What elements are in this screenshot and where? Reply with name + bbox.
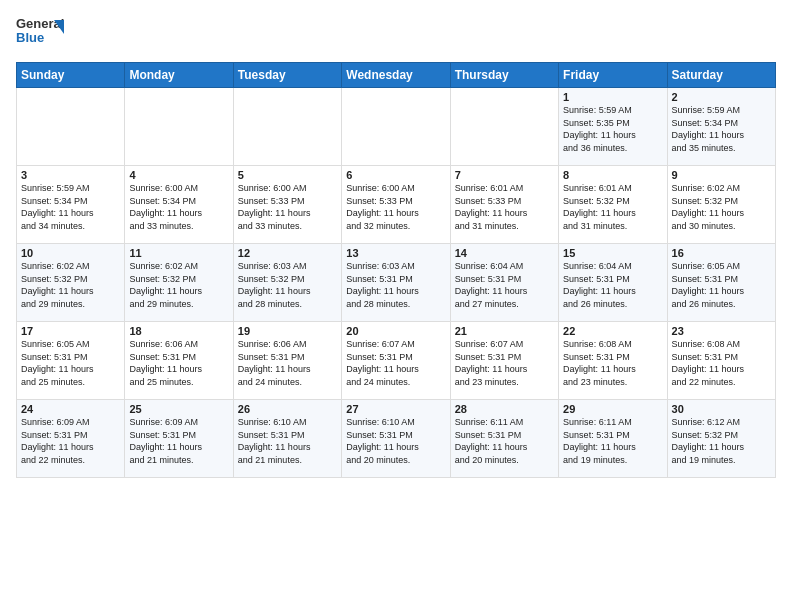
day-number: 15	[563, 247, 662, 259]
calendar-week-3: 10Sunrise: 6:02 AM Sunset: 5:32 PM Dayli…	[17, 244, 776, 322]
day-info: Sunrise: 6:05 AM Sunset: 5:31 PM Dayligh…	[672, 260, 771, 310]
calendar-week-1: 1Sunrise: 5:59 AM Sunset: 5:35 PM Daylig…	[17, 88, 776, 166]
day-number: 18	[129, 325, 228, 337]
day-info: Sunrise: 6:04 AM Sunset: 5:31 PM Dayligh…	[563, 260, 662, 310]
calendar-cell: 16Sunrise: 6:05 AM Sunset: 5:31 PM Dayli…	[667, 244, 775, 322]
weekday-header-row: SundayMondayTuesdayWednesdayThursdayFrid…	[17, 63, 776, 88]
day-info: Sunrise: 6:03 AM Sunset: 5:31 PM Dayligh…	[346, 260, 445, 310]
weekday-header-sunday: Sunday	[17, 63, 125, 88]
calendar-cell: 29Sunrise: 6:11 AM Sunset: 5:31 PM Dayli…	[559, 400, 667, 478]
logo: General Blue	[16, 12, 64, 54]
day-number: 7	[455, 169, 554, 181]
day-info: Sunrise: 6:11 AM Sunset: 5:31 PM Dayligh…	[563, 416, 662, 466]
day-info: Sunrise: 6:05 AM Sunset: 5:31 PM Dayligh…	[21, 338, 120, 388]
day-number: 9	[672, 169, 771, 181]
day-number: 14	[455, 247, 554, 259]
day-info: Sunrise: 6:12 AM Sunset: 5:32 PM Dayligh…	[672, 416, 771, 466]
day-info: Sunrise: 6:08 AM Sunset: 5:31 PM Dayligh…	[563, 338, 662, 388]
calendar-cell	[233, 88, 341, 166]
weekday-header-friday: Friday	[559, 63, 667, 88]
day-number: 21	[455, 325, 554, 337]
weekday-header-wednesday: Wednesday	[342, 63, 450, 88]
calendar-cell: 8Sunrise: 6:01 AM Sunset: 5:32 PM Daylig…	[559, 166, 667, 244]
calendar-cell: 2Sunrise: 5:59 AM Sunset: 5:34 PM Daylig…	[667, 88, 775, 166]
calendar-cell: 14Sunrise: 6:04 AM Sunset: 5:31 PM Dayli…	[450, 244, 558, 322]
day-number: 3	[21, 169, 120, 181]
day-number: 28	[455, 403, 554, 415]
day-number: 30	[672, 403, 771, 415]
day-number: 16	[672, 247, 771, 259]
calendar-cell: 1Sunrise: 5:59 AM Sunset: 5:35 PM Daylig…	[559, 88, 667, 166]
calendar-cell: 22Sunrise: 6:08 AM Sunset: 5:31 PM Dayli…	[559, 322, 667, 400]
page-container: General Blue SundayMondayTuesdayWednesda…	[0, 0, 792, 486]
day-number: 4	[129, 169, 228, 181]
day-number: 25	[129, 403, 228, 415]
calendar-cell: 20Sunrise: 6:07 AM Sunset: 5:31 PM Dayli…	[342, 322, 450, 400]
calendar-week-5: 24Sunrise: 6:09 AM Sunset: 5:31 PM Dayli…	[17, 400, 776, 478]
day-info: Sunrise: 6:08 AM Sunset: 5:31 PM Dayligh…	[672, 338, 771, 388]
day-number: 11	[129, 247, 228, 259]
day-number: 8	[563, 169, 662, 181]
calendar-cell: 17Sunrise: 6:05 AM Sunset: 5:31 PM Dayli…	[17, 322, 125, 400]
day-info: Sunrise: 6:11 AM Sunset: 5:31 PM Dayligh…	[455, 416, 554, 466]
calendar-week-2: 3Sunrise: 5:59 AM Sunset: 5:34 PM Daylig…	[17, 166, 776, 244]
day-info: Sunrise: 6:01 AM Sunset: 5:33 PM Dayligh…	[455, 182, 554, 232]
day-info: Sunrise: 5:59 AM Sunset: 5:34 PM Dayligh…	[672, 104, 771, 154]
day-number: 12	[238, 247, 337, 259]
calendar-cell	[342, 88, 450, 166]
day-info: Sunrise: 6:10 AM Sunset: 5:31 PM Dayligh…	[238, 416, 337, 466]
calendar-cell: 5Sunrise: 6:00 AM Sunset: 5:33 PM Daylig…	[233, 166, 341, 244]
day-number: 10	[21, 247, 120, 259]
day-info: Sunrise: 6:06 AM Sunset: 5:31 PM Dayligh…	[238, 338, 337, 388]
day-info: Sunrise: 6:03 AM Sunset: 5:32 PM Dayligh…	[238, 260, 337, 310]
calendar-cell: 15Sunrise: 6:04 AM Sunset: 5:31 PM Dayli…	[559, 244, 667, 322]
calendar-cell: 13Sunrise: 6:03 AM Sunset: 5:31 PM Dayli…	[342, 244, 450, 322]
calendar-cell: 3Sunrise: 5:59 AM Sunset: 5:34 PM Daylig…	[17, 166, 125, 244]
weekday-header-tuesday: Tuesday	[233, 63, 341, 88]
day-number: 23	[672, 325, 771, 337]
day-number: 24	[21, 403, 120, 415]
logo-icon: General Blue	[16, 12, 64, 50]
day-info: Sunrise: 5:59 AM Sunset: 5:34 PM Dayligh…	[21, 182, 120, 232]
calendar-cell: 6Sunrise: 6:00 AM Sunset: 5:33 PM Daylig…	[342, 166, 450, 244]
day-number: 5	[238, 169, 337, 181]
day-number: 27	[346, 403, 445, 415]
day-info: Sunrise: 6:00 AM Sunset: 5:33 PM Dayligh…	[346, 182, 445, 232]
day-number: 17	[21, 325, 120, 337]
svg-text:Blue: Blue	[16, 30, 44, 45]
day-number: 2	[672, 91, 771, 103]
calendar-cell: 12Sunrise: 6:03 AM Sunset: 5:32 PM Dayli…	[233, 244, 341, 322]
calendar-cell: 23Sunrise: 6:08 AM Sunset: 5:31 PM Dayli…	[667, 322, 775, 400]
calendar-cell: 25Sunrise: 6:09 AM Sunset: 5:31 PM Dayli…	[125, 400, 233, 478]
day-number: 1	[563, 91, 662, 103]
day-info: Sunrise: 6:00 AM Sunset: 5:33 PM Dayligh…	[238, 182, 337, 232]
day-number: 29	[563, 403, 662, 415]
weekday-header-saturday: Saturday	[667, 63, 775, 88]
day-info: Sunrise: 6:01 AM Sunset: 5:32 PM Dayligh…	[563, 182, 662, 232]
day-number: 19	[238, 325, 337, 337]
day-info: Sunrise: 6:02 AM Sunset: 5:32 PM Dayligh…	[129, 260, 228, 310]
calendar-cell: 10Sunrise: 6:02 AM Sunset: 5:32 PM Dayli…	[17, 244, 125, 322]
calendar-cell: 21Sunrise: 6:07 AM Sunset: 5:31 PM Dayli…	[450, 322, 558, 400]
calendar-cell: 27Sunrise: 6:10 AM Sunset: 5:31 PM Dayli…	[342, 400, 450, 478]
calendar-cell: 30Sunrise: 6:12 AM Sunset: 5:32 PM Dayli…	[667, 400, 775, 478]
weekday-header-thursday: Thursday	[450, 63, 558, 88]
day-info: Sunrise: 6:02 AM Sunset: 5:32 PM Dayligh…	[672, 182, 771, 232]
calendar-cell: 11Sunrise: 6:02 AM Sunset: 5:32 PM Dayli…	[125, 244, 233, 322]
calendar-cell: 19Sunrise: 6:06 AM Sunset: 5:31 PM Dayli…	[233, 322, 341, 400]
day-info: Sunrise: 6:06 AM Sunset: 5:31 PM Dayligh…	[129, 338, 228, 388]
day-number: 6	[346, 169, 445, 181]
calendar-cell: 28Sunrise: 6:11 AM Sunset: 5:31 PM Dayli…	[450, 400, 558, 478]
calendar-cell: 4Sunrise: 6:00 AM Sunset: 5:34 PM Daylig…	[125, 166, 233, 244]
day-info: Sunrise: 6:04 AM Sunset: 5:31 PM Dayligh…	[455, 260, 554, 310]
day-info: Sunrise: 6:09 AM Sunset: 5:31 PM Dayligh…	[21, 416, 120, 466]
day-info: Sunrise: 6:07 AM Sunset: 5:31 PM Dayligh…	[346, 338, 445, 388]
calendar-cell	[125, 88, 233, 166]
calendar-cell: 24Sunrise: 6:09 AM Sunset: 5:31 PM Dayli…	[17, 400, 125, 478]
calendar-cell: 18Sunrise: 6:06 AM Sunset: 5:31 PM Dayli…	[125, 322, 233, 400]
day-info: Sunrise: 5:59 AM Sunset: 5:35 PM Dayligh…	[563, 104, 662, 154]
day-number: 20	[346, 325, 445, 337]
day-number: 13	[346, 247, 445, 259]
calendar-cell: 26Sunrise: 6:10 AM Sunset: 5:31 PM Dayli…	[233, 400, 341, 478]
day-number: 22	[563, 325, 662, 337]
